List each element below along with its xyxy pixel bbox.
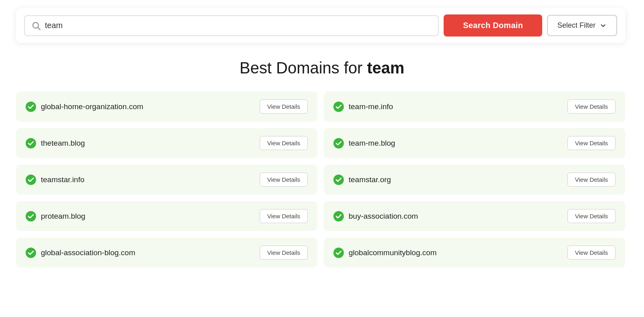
domain-left: global-home-organization.com [26, 102, 143, 112]
domain-card: teamstar.info View Details [16, 165, 317, 195]
svg-line-1 [38, 27, 40, 30]
select-filter-button[interactable]: Select Filter [547, 15, 617, 36]
domain-left: proteam.blog [26, 211, 85, 221]
available-icon [333, 138, 344, 148]
domain-name: global-association-blog.com [41, 248, 135, 257]
domain-left: buy-association.com [333, 211, 418, 221]
svg-point-4 [26, 138, 36, 148]
domain-name: proteam.blog [41, 212, 85, 221]
domain-left: team-me.blog [333, 138, 395, 148]
available-icon [26, 248, 36, 258]
search-domain-button[interactable]: Search Domain [444, 14, 542, 37]
available-icon [333, 248, 344, 258]
available-icon [26, 211, 36, 221]
page-title: Best Domains for team [16, 59, 628, 77]
domain-card: teamstar.org View Details [324, 165, 625, 195]
svg-point-11 [333, 248, 344, 258]
domain-name: team-me.blog [349, 139, 395, 148]
view-details-button[interactable]: View Details [567, 173, 616, 187]
search-bar: Search Domain Select Filter [16, 8, 625, 43]
domain-name: buy-association.com [349, 212, 418, 221]
view-details-button[interactable]: View Details [567, 100, 616, 114]
search-input[interactable] [45, 21, 432, 30]
svg-point-3 [333, 102, 344, 112]
search-icon [31, 21, 41, 30]
view-details-button[interactable]: View Details [567, 136, 616, 150]
domain-name: team-me.info [349, 102, 393, 111]
available-icon [26, 138, 36, 148]
view-details-button[interactable]: View Details [260, 246, 308, 260]
available-icon [333, 211, 344, 221]
domain-card: global-home-organization.com View Detail… [16, 91, 317, 122]
search-input-wrapper [24, 15, 439, 36]
domain-left: theteam.blog [26, 138, 85, 148]
available-icon [333, 102, 344, 112]
domain-left: globalcommunityblog.com [333, 248, 437, 258]
available-icon [333, 175, 344, 185]
domain-card: globalcommunityblog.com View Details [324, 238, 625, 268]
domain-card: team-me.info View Details [324, 91, 625, 122]
view-details-button[interactable]: View Details [567, 246, 616, 260]
domain-card: buy-association.com View Details [324, 201, 625, 231]
view-details-button[interactable]: View Details [260, 100, 308, 114]
domain-name: teamstar.info [41, 175, 85, 184]
domain-left: teamstar.info [26, 175, 85, 185]
svg-point-7 [333, 175, 344, 185]
domain-name: teamstar.org [349, 175, 391, 184]
svg-point-6 [26, 175, 36, 185]
select-filter-label: Select Filter [557, 21, 596, 30]
domains-grid: global-home-organization.com View Detail… [16, 91, 625, 268]
available-icon [26, 102, 36, 112]
domain-left: team-me.info [333, 102, 393, 112]
svg-point-10 [26, 248, 36, 258]
domain-name: theteam.blog [41, 139, 85, 148]
view-details-button[interactable]: View Details [260, 136, 308, 150]
chevron-down-icon [600, 22, 607, 29]
domain-card: global-association-blog.com View Details [16, 238, 317, 268]
view-details-button[interactable]: View Details [260, 173, 308, 187]
view-details-button[interactable]: View Details [260, 209, 308, 223]
svg-point-8 [26, 211, 36, 221]
domain-card: team-me.blog View Details [324, 128, 625, 158]
svg-point-2 [26, 102, 36, 112]
domain-name: global-home-organization.com [41, 102, 143, 111]
available-icon [26, 175, 36, 185]
svg-point-9 [333, 211, 344, 221]
domain-left: global-association-blog.com [26, 248, 135, 258]
view-details-button[interactable]: View Details [567, 209, 616, 223]
domain-left: teamstar.org [333, 175, 391, 185]
domain-card: proteam.blog View Details [16, 201, 317, 231]
domain-card: theteam.blog View Details [16, 128, 317, 158]
svg-point-5 [333, 138, 344, 148]
domain-name: globalcommunityblog.com [349, 248, 437, 257]
